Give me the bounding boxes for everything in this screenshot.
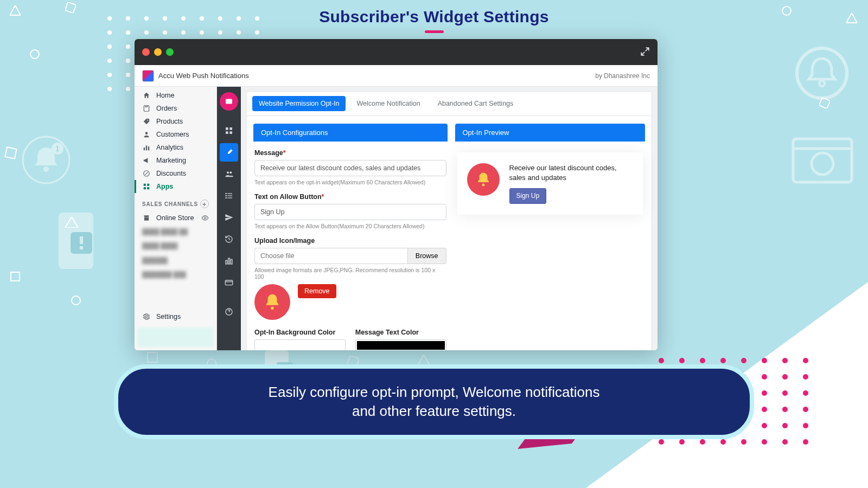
svg-point-32	[145, 132, 148, 134]
allow-button-input[interactable]	[254, 204, 446, 220]
sidebar-section-sales-channels: SALES CHANNELS ＋	[135, 193, 216, 211]
sidebar-item-label: Apps	[156, 183, 173, 190]
text-color-picker[interactable]	[355, 339, 446, 350]
sidebar-item-home[interactable]: Home	[135, 89, 216, 102]
add-channel-button[interactable]: ＋	[200, 200, 209, 208]
sidebar-item-label: Marketing	[156, 157, 186, 164]
svg-rect-17	[80, 246, 83, 249]
svg-rect-16	[80, 236, 83, 244]
allow-button-note: Text appears on the Allow Button(Maximum…	[254, 223, 446, 229]
preview-signup-button[interactable]: Sign Up	[509, 188, 547, 204]
svg-text:1: 1	[55, 144, 60, 153]
rail-subscribers-icon[interactable]	[220, 165, 238, 183]
sidebar-item-marketing[interactable]: Marketing	[135, 154, 216, 167]
caption-pill: Easily configure opt-in prompt, Welcome …	[114, 364, 754, 439]
sidebar-item-settings[interactable]: Settings	[135, 310, 216, 323]
upload-note: Allowed image formats are JPEG,PNG. Reco…	[254, 267, 446, 280]
optin-preview-widget: Receive our latest discount codes, sales…	[457, 152, 643, 215]
caption-line: and other feature settings.	[151, 402, 717, 421]
svg-rect-58	[231, 259, 232, 264]
rail-send-icon[interactable]	[220, 208, 238, 227]
home-icon	[142, 92, 151, 99]
svg-rect-38	[147, 184, 149, 186]
sidebar-item-discounts[interactable]: Discounts	[135, 167, 216, 180]
app-logo-icon	[142, 70, 154, 82]
sidebar-blurred-item: ███████ ███	[135, 267, 216, 281]
tab-website-optin[interactable]: Website Permission Opt-In	[252, 96, 346, 111]
svg-point-63	[482, 184, 484, 187]
rail-reports-icon[interactable]	[220, 252, 238, 270]
window-zoom-button[interactable]	[166, 48, 174, 56]
app-header: Accu Web Push Notifications by Dhanashre…	[135, 65, 658, 87]
sidebar-item-online-store[interactable]: Online Store	[135, 211, 216, 224]
sidebar-item-label: Orders	[156, 105, 177, 112]
svg-rect-30	[144, 106, 149, 112]
rail-dashboard-icon[interactable]	[220, 121, 238, 140]
bg-color-label: Opt-In Background Color	[254, 329, 346, 336]
page-title: Subscriber's Widget Settings	[0, 8, 868, 33]
bell-badge-icon: 1	[22, 136, 71, 184]
browse-button[interactable]: Browse	[407, 248, 446, 264]
window-close-button[interactable]	[142, 48, 150, 56]
sidebar-item-products[interactable]: Products	[135, 115, 216, 128]
panel-heading: Opt-In Configurations	[253, 124, 448, 142]
sidebar-item-label: Online Store	[156, 214, 194, 222]
svg-point-62	[271, 307, 274, 310]
app-name: Accu Web Push Notifications	[158, 72, 249, 80]
svg-rect-37	[144, 184, 146, 186]
sidebar-item-label: Discounts	[156, 170, 186, 177]
sidebar-item-label: Analytics	[156, 144, 183, 151]
upload-label: Upload Icon/Image	[254, 237, 446, 245]
eye-icon[interactable]	[201, 214, 209, 222]
bg-color-picker[interactable]	[254, 339, 346, 350]
svg-point-41	[204, 217, 206, 219]
svg-rect-44	[226, 127, 228, 130]
message-input[interactable]	[254, 160, 446, 176]
sidebar-section-label: SALES CHANNELS	[142, 201, 198, 207]
app-window: Accu Web Push Notifications by Dhanashre…	[135, 39, 658, 350]
sidebar-item-label: Products	[156, 118, 183, 125]
sidebar-item-label: Home	[156, 92, 174, 99]
tab-welcome-notification[interactable]: Welcome Notification	[350, 96, 426, 111]
svg-rect-59	[225, 280, 232, 285]
browser-bell-icon	[790, 136, 855, 190]
sidebar-item-customers[interactable]: Customers	[135, 128, 216, 141]
uploaded-image-thumb	[254, 284, 290, 320]
svg-rect-34	[146, 146, 147, 151]
svg-rect-23	[148, 352, 157, 362]
user-icon	[142, 131, 151, 138]
tab-abandoned-cart[interactable]: Abandoned Cart Settings	[431, 96, 520, 111]
rail-app-logo[interactable]	[220, 92, 238, 111]
caption-line: Easily configure opt-in prompt, Welcome …	[151, 383, 717, 402]
rail-history-icon[interactable]	[220, 230, 238, 248]
account-chip[interactable]	[138, 328, 213, 347]
main-content: Website Permission Opt-In Welcome Notifi…	[241, 87, 658, 350]
svg-rect-40	[147, 187, 149, 189]
sidebar-item-orders[interactable]: Orders	[135, 102, 216, 115]
sidebar-blurred-item: ████ ████ ██	[135, 224, 216, 239]
svg-rect-57	[228, 258, 230, 264]
svg-point-49	[229, 171, 232, 174]
remove-button[interactable]: Remove	[298, 284, 336, 298]
text-color-label: Message Text Color	[355, 329, 446, 336]
rail-list-icon[interactable]	[220, 187, 238, 205]
svg-rect-47	[229, 131, 232, 134]
discount-icon	[142, 170, 151, 177]
rail-billing-icon[interactable]	[220, 273, 238, 292]
svg-rect-33	[144, 147, 145, 150]
svg-point-18	[797, 48, 847, 98]
rail-help-icon[interactable]	[220, 303, 238, 321]
settings-card: Website Permission Opt-In Welcome Notifi…	[246, 91, 652, 350]
expand-icon[interactable]	[640, 47, 650, 56]
sidebar-item-analytics[interactable]: Analytics	[135, 141, 216, 154]
store-icon	[142, 214, 151, 222]
tabs: Website Permission Opt-In Welcome Notifi…	[247, 92, 652, 116]
apps-icon	[142, 183, 151, 190]
preview-message: Receive our latest discount codes, sales…	[509, 163, 634, 183]
phone-alert-icon	[52, 208, 106, 273]
window-minimize-button[interactable]	[154, 48, 162, 56]
file-name-field[interactable]: Choose file	[254, 248, 407, 264]
optin-preview-panel: Opt-In Preview Receive our latest discou…	[455, 124, 646, 350]
sidebar-item-apps[interactable]: Apps	[135, 180, 216, 193]
rail-settings-icon[interactable]	[220, 143, 238, 162]
